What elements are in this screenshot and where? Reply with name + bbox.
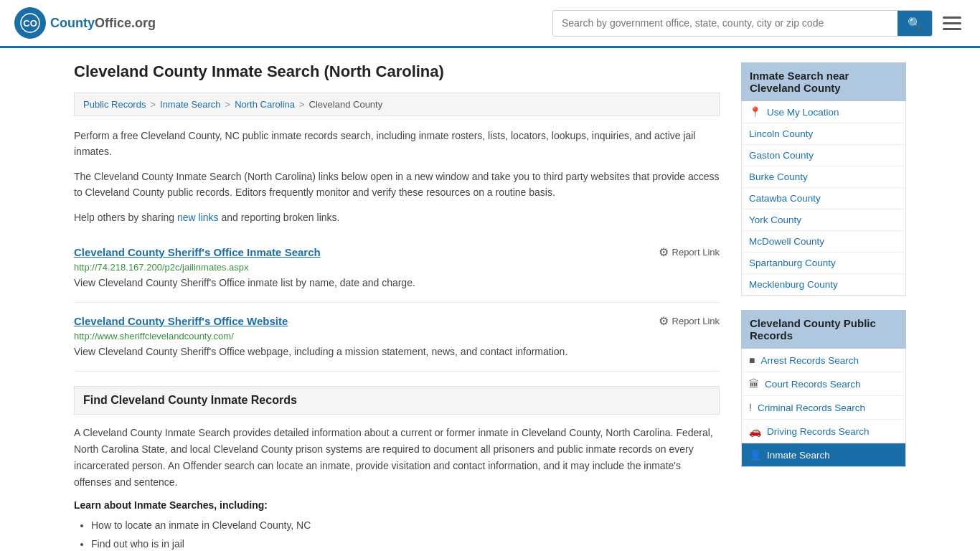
record-url: http://74.218.167.200/p2c/jailinmates.as…	[74, 262, 720, 273]
new-links-link[interactable]: new links	[177, 212, 219, 223]
site-header: CO CountyOffice.org 🔍	[0, 0, 980, 48]
pr-item-icon: !	[749, 402, 752, 413]
breadcrumb-sep: >	[150, 99, 156, 110]
nearby-link-item[interactable]: Lincoln County	[742, 123, 905, 145]
use-my-location-link[interactable]: Use My Location	[767, 107, 839, 118]
logo-text: CountyOffice.org	[50, 16, 156, 31]
public-records-header: Cleveland County Public Records	[741, 310, 906, 349]
public-records-link[interactable]: Arrest Records Search	[760, 355, 859, 366]
list-item: Find out who is in jail	[91, 535, 720, 551]
public-records-link-item[interactable]: 👤 Inmate Search	[742, 443, 905, 466]
location-icon: 📍	[749, 106, 761, 118]
breadcrumb-inmate-search[interactable]: Inmate Search	[160, 99, 221, 110]
record-url: http://www.sheriffclevelandcounty.com/	[74, 331, 720, 342]
page-content: Cleveland County Inmate Search (North Ca…	[60, 48, 920, 551]
public-records-link-item[interactable]: 🏛 Court Records Search	[742, 372, 905, 396]
pr-item-icon: ■	[749, 354, 755, 366]
nearby-section: Inmate Search near Cleveland County 📍 Us…	[741, 62, 906, 296]
public-records-link[interactable]: Inmate Search	[767, 450, 830, 461]
breadcrumb: Public Records > Inmate Search > North C…	[74, 93, 720, 116]
learn-heading: Learn about Inmate Searches, including:	[74, 499, 720, 511]
nearby-link-item[interactable]: York County	[742, 209, 905, 231]
menu-line	[943, 22, 961, 24]
find-section-heading: Find Cleveland County Inmate Records	[74, 386, 720, 415]
breadcrumb-public-records[interactable]: Public Records	[83, 99, 146, 110]
record-item: Cleveland County Sheriff's Office Websit…	[74, 303, 720, 372]
record-title-link[interactable]: Cleveland County Sheriff's Office Websit…	[74, 315, 288, 327]
report-link[interactable]: ⚙ Report Link	[659, 245, 720, 259]
breadcrumb-sep: >	[225, 99, 231, 110]
public-records-links: ■ Arrest Records Search 🏛 Court Records …	[741, 349, 906, 467]
find-section-body: A Cleveland County Inmate Search provide…	[74, 425, 720, 491]
desc3-prefix: Help others by sharing	[74, 212, 177, 223]
record-title-link[interactable]: Cleveland County Sheriff's Office Inmate…	[74, 246, 321, 258]
use-location-item[interactable]: 📍 Use My Location	[742, 101, 905, 123]
public-records-section: Cleveland County Public Records ■ Arrest…	[741, 310, 906, 467]
description-1: Perform a free Cleveland County, NC publ…	[74, 128, 720, 160]
nearby-section-header: Inmate Search near Cleveland County	[741, 62, 906, 101]
nearby-county-link[interactable]: York County	[749, 215, 801, 225]
main-column: Cleveland County Inmate Search (North Ca…	[74, 62, 720, 551]
sidebar: Inmate Search near Cleveland County 📍 Us…	[741, 62, 906, 551]
desc3-suffix: and reporting broken links.	[219, 212, 340, 223]
search-box: 🔍	[552, 10, 933, 37]
record-header: Cleveland County Sheriff's Office Websit…	[74, 314, 720, 328]
nearby-county-link[interactable]: Catawba County	[749, 193, 821, 204]
description-3: Help others by sharing new links and rep…	[74, 209, 720, 225]
public-records-link-item[interactable]: ■ Arrest Records Search	[742, 349, 905, 372]
report-icon: ⚙	[659, 314, 669, 328]
record-items-container: Cleveland County Sheriff's Office Inmate…	[74, 234, 720, 372]
nearby-link-item[interactable]: Burke County	[742, 166, 905, 188]
report-icon: ⚙	[659, 245, 669, 259]
pr-item-icon: 🏛	[749, 378, 759, 390]
nearby-link-item[interactable]: McDowell County	[742, 231, 905, 253]
record-description: View Cleveland County Sheriff's Office i…	[74, 276, 720, 291]
public-records-link-item[interactable]: ! Criminal Records Search	[742, 396, 905, 420]
public-records-link-item[interactable]: 🚗 Driving Records Search	[742, 420, 905, 443]
menu-line	[943, 28, 961, 30]
list-item: How to locate an inmate in Cleveland Cou…	[91, 517, 720, 534]
search-input[interactable]	[553, 11, 897, 36]
search-button[interactable]: 🔍	[897, 11, 932, 36]
page-title: Cleveland County Inmate Search (North Ca…	[74, 62, 720, 81]
svg-text:CO: CO	[23, 18, 37, 29]
breadcrumb-north-carolina[interactable]: North Carolina	[235, 99, 295, 110]
search-area: 🔍	[552, 10, 966, 37]
nearby-links-container: Lincoln CountyGaston CountyBurke CountyC…	[742, 123, 905, 295]
nearby-links: 📍 Use My Location Lincoln CountyGaston C…	[741, 101, 906, 296]
nearby-link-item[interactable]: Spartanburg County	[742, 253, 905, 274]
breadcrumb-sep: >	[299, 99, 305, 110]
pr-item-icon: 🚗	[749, 425, 761, 437]
report-link-label: Report Link	[672, 247, 720, 258]
nearby-county-link[interactable]: Mecklenburg County	[749, 279, 838, 290]
nearby-county-link[interactable]: Lincoln County	[749, 128, 813, 139]
pr-item-icon: 👤	[749, 449, 761, 461]
public-records-link[interactable]: Criminal Records Search	[758, 402, 865, 413]
nearby-county-link[interactable]: Gaston County	[749, 150, 814, 161]
public-records-link[interactable]: Driving Records Search	[767, 426, 870, 437]
bullet-list: How to locate an inmate in Cleveland Cou…	[74, 517, 720, 551]
nearby-link-item[interactable]: Gaston County	[742, 145, 905, 166]
record-header: Cleveland County Sheriff's Office Inmate…	[74, 245, 720, 259]
record-item: Cleveland County Sheriff's Office Inmate…	[74, 234, 720, 303]
logo-area: CO CountyOffice.org	[14, 7, 156, 39]
nearby-link-item[interactable]: Mecklenburg County	[742, 274, 905, 295]
record-description: View Cleveland County Sheriff's Office w…	[74, 344, 720, 359]
report-link-label: Report Link	[672, 316, 720, 326]
description-2: The Cleveland County Inmate Search (Nort…	[74, 169, 720, 201]
hamburger-menu-button[interactable]	[938, 12, 966, 34]
nearby-link-item[interactable]: Catawba County	[742, 188, 905, 209]
search-icon: 🔍	[908, 17, 922, 29]
report-link[interactable]: ⚙ Report Link	[659, 314, 720, 328]
public-records-link[interactable]: Court Records Search	[765, 379, 861, 390]
nearby-county-link[interactable]: Burke County	[749, 171, 808, 182]
menu-line	[943, 17, 961, 19]
nearby-county-link[interactable]: Spartanburg County	[749, 258, 836, 268]
logo-icon: CO	[14, 7, 46, 39]
nearby-county-link[interactable]: McDowell County	[749, 236, 824, 247]
breadcrumb-cleveland-county: Cleveland County	[309, 99, 383, 110]
